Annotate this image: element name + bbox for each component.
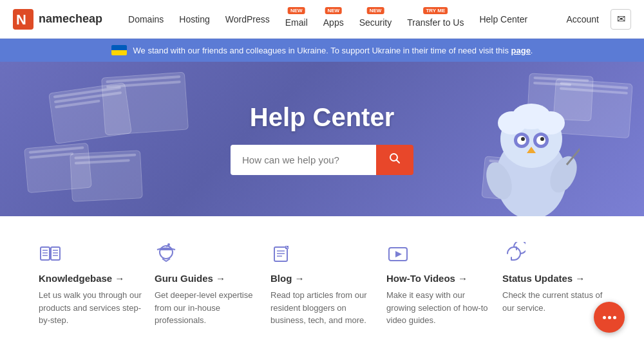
svg-point-2 — [496, 136, 567, 216]
dot-1 — [603, 316, 606, 319]
screen-card-3 — [101, 72, 189, 136]
dot-2 — [608, 316, 611, 319]
transfer-badge: TRY ME — [423, 7, 448, 14]
svg-point-5 — [536, 111, 565, 134]
nav-item-wordpress[interactable]: WordPress — [219, 9, 276, 30]
screen-card-2 — [24, 143, 92, 193]
status-updates-icon — [502, 242, 526, 265]
flag-yellow — [111, 50, 127, 55]
chat-dots — [603, 316, 616, 319]
flag-blue — [111, 45, 127, 50]
status-updates-desc: Check the current status of our service. — [502, 289, 605, 314]
how-to-videos-desc: Make it easy with our growing selection … — [386, 289, 489, 327]
svg-point-4 — [498, 111, 526, 134]
hero-character — [483, 81, 580, 216]
svg-point-12 — [540, 137, 544, 141]
svg-point-31 — [167, 243, 170, 246]
feature-knowledgebase: Knowledgebase → Let us walk you through … — [39, 242, 142, 327]
hero-search-form — [231, 145, 413, 175]
svg-point-7 — [514, 133, 529, 148]
nav-item-transfer[interactable]: TRY ME Transfer to Us — [401, 6, 470, 33]
svg-line-16 — [567, 145, 580, 165]
status-updates-title[interactable]: Status Updates → — [502, 273, 605, 284]
nav-item-domains[interactable]: Domains — [122, 9, 170, 30]
main-nav: Domains Hosting WordPress NEW Email NEW … — [122, 6, 560, 33]
nav-item-helpcenter[interactable]: Help Center — [473, 9, 534, 30]
knowledgebase-desc: Let us walk you through our products and… — [39, 289, 142, 327]
how-to-videos-icon — [386, 242, 410, 265]
header-right: Account ✉ — [560, 9, 631, 30]
guru-guides-desc: Get deeper-level expertise from our in-h… — [155, 289, 258, 327]
hero-content: Help Center — [231, 103, 413, 175]
hero-search-button[interactable] — [376, 145, 413, 175]
how-to-videos-title[interactable]: How-To Videos → — [386, 273, 489, 284]
svg-rect-19 — [41, 247, 50, 260]
svg-marker-37 — [395, 251, 402, 257]
banner-link[interactable]: page — [511, 46, 531, 55]
feature-blog: Blog → Read top articles from our reside… — [270, 242, 374, 327]
logo-text: namecheap — [39, 12, 102, 26]
screen-card-1 — [48, 82, 132, 144]
guru-guides-link[interactable]: Guru Guides → — [155, 273, 225, 284]
svg-point-9 — [517, 136, 526, 145]
hero-search-input[interactable] — [231, 145, 376, 175]
chat-button[interactable] — [594, 302, 625, 333]
svg-point-8 — [533, 133, 549, 148]
blog-desc: Read top articles from our resident blog… — [270, 289, 374, 327]
ukraine-banner: We stand with our friends and colleagues… — [0, 39, 644, 62]
mail-icon[interactable]: ✉ — [611, 9, 631, 30]
hero-section: Help Center — [0, 62, 644, 216]
nav-item-apps[interactable]: NEW Apps — [317, 6, 350, 33]
knowledgebase-link[interactable]: Knowledgebase → — [39, 273, 124, 284]
header: N namecheap Domains Hosting WordPress NE… — [0, 0, 644, 39]
security-badge: NEW — [367, 7, 384, 14]
svg-line-18 — [397, 160, 400, 163]
svg-point-11 — [521, 137, 525, 141]
hero-title: Help Center — [231, 103, 413, 132]
screen-card-7 — [481, 156, 542, 203]
nav-item-hosting[interactable]: Hosting — [173, 9, 216, 30]
apps-badge: NEW — [325, 7, 342, 14]
screen-card-6 — [527, 73, 594, 121]
status-updates-link[interactable]: Status Updates → — [502, 273, 585, 284]
knowledgebase-title[interactable]: Knowledgebase → — [39, 273, 142, 284]
blog-link[interactable]: Blog → — [270, 273, 305, 284]
nav-item-email[interactable]: NEW Email — [279, 6, 314, 33]
feature-status-updates: Status Updates → Check the current statu… — [502, 242, 605, 327]
svg-point-15 — [545, 152, 580, 197]
features-section: Knowledgebase → Let us walk you through … — [0, 216, 644, 346]
guru-guides-icon — [155, 242, 178, 265]
logo-link[interactable]: N namecheap — [13, 9, 102, 30]
account-button[interactable]: Account — [560, 9, 605, 30]
guru-guides-title[interactable]: Guru Guides → — [155, 273, 258, 284]
knowledgebase-icon — [39, 242, 62, 265]
screen-card-5 — [552, 79, 633, 138]
ukraine-flag — [111, 45, 127, 55]
search-icon — [389, 153, 401, 164]
logo-icon: N — [13, 9, 33, 30]
email-badge: NEW — [288, 7, 305, 14]
svg-point-14 — [483, 159, 516, 203]
svg-rect-32 — [274, 247, 287, 261]
screen-card-4 — [70, 150, 143, 202]
svg-point-3 — [500, 110, 562, 168]
feature-how-to-videos: How-To Videos → Make it easy with our gr… — [386, 242, 489, 327]
svg-rect-20 — [51, 247, 60, 260]
svg-point-10 — [536, 136, 545, 145]
svg-point-6 — [512, 104, 551, 129]
feature-guru-guides: Guru Guides → Get deeper-level expertise… — [155, 242, 258, 327]
svg-text:N: N — [16, 12, 26, 28]
nav-item-security[interactable]: NEW Security — [353, 6, 399, 33]
banner-text: We stand with our friends and colleagues… — [133, 46, 533, 55]
dot-3 — [613, 316, 616, 319]
blog-title[interactable]: Blog → — [270, 273, 374, 284]
how-to-videos-link[interactable]: How-To Videos → — [386, 273, 468, 284]
blog-icon — [270, 242, 294, 265]
svg-marker-13 — [527, 147, 536, 153]
